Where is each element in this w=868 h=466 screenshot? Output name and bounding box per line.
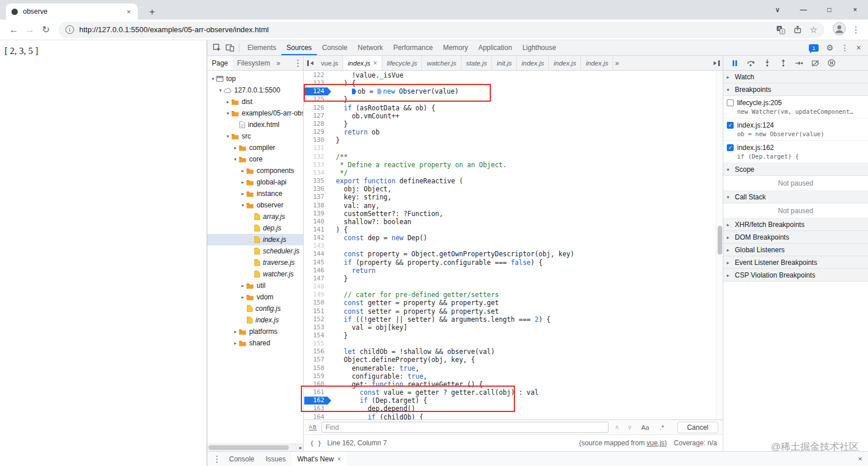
- panel-tab-elements[interactable]: Elements: [242, 40, 281, 55]
- inline-breakpoint-marker[interactable]: [352, 88, 356, 94]
- disclosure-arrow[interactable]: ▸: [232, 340, 239, 346]
- file-tab-index-js[interactable]: index.js×: [343, 56, 382, 70]
- file-tab-index-js[interactable]: index.js: [517, 56, 549, 70]
- line-number[interactable]: 147: [304, 275, 331, 283]
- section-header-call-stack[interactable]: ▾Call Stack: [723, 191, 868, 203]
- file-tab-index-js[interactable]: index.js: [549, 56, 581, 70]
- drawer-menu-icon[interactable]: ⋮: [211, 454, 223, 464]
- code-text[interactable]: // cater for pre-defined getter/setters: [331, 291, 499, 299]
- line-number[interactable]: 127: [304, 112, 331, 120]
- disclosure-arrow[interactable]: ▸: [239, 191, 246, 197]
- code-text[interactable]: if (asRootData && ob) {: [331, 104, 435, 112]
- tree-item-index-html[interactable]: index.html: [207, 119, 303, 130]
- find-previous-button[interactable]: ∧: [613, 423, 621, 431]
- disclosure-arrow[interactable]: ▸: [239, 168, 246, 174]
- code-text[interactable]: * Define a reactive property on an Objec…: [331, 161, 507, 169]
- line-number[interactable]: 142: [304, 234, 331, 242]
- line-number[interactable]: 132: [304, 153, 331, 161]
- tree-item-127-0-0-1-5500[interactable]: ▾127.0.0.1:5500: [207, 84, 303, 96]
- tree-item-watcher-js[interactable]: watcher.js: [207, 268, 303, 280]
- code-text[interactable]: if (Dep.target) {: [331, 396, 427, 405]
- line-number[interactable]: 138: [304, 202, 331, 210]
- navigator-overflow-chevron[interactable]: »: [274, 59, 282, 67]
- pause-button[interactable]: [730, 59, 739, 68]
- tree-item-array-js[interactable]: array.js: [207, 211, 303, 222]
- tree-item-examples-05-arr-observe[interactable]: ▾examples/05-arr-observe: [207, 107, 303, 119]
- browser-tab[interactable]: observe ×: [6, 3, 138, 20]
- panel-tab-network[interactable]: Network: [352, 40, 388, 55]
- line-number[interactable]: 134: [304, 169, 331, 177]
- line-number[interactable]: 161: [304, 388, 331, 396]
- code-text[interactable]: [331, 144, 336, 152]
- code-text[interactable]: ) {: [331, 226, 348, 234]
- code-editor[interactable]: 122 !value._isVue123 ) {124 ob = new Obs…: [304, 71, 716, 419]
- pretty-print-icon[interactable]: { }: [310, 440, 321, 447]
- file-tab-watcher-js[interactable]: watcher.js: [422, 56, 461, 70]
- code-text[interactable]: val = obj[key]: [331, 323, 408, 332]
- editor-vertical-scrollbar[interactable]: [716, 71, 723, 419]
- tab-search-chevron-icon[interactable]: ∨: [765, 0, 790, 20]
- step-into-button[interactable]: [762, 59, 772, 68]
- navigator-menu-icon[interactable]: ⋮: [293, 58, 303, 68]
- navigator-tab-page[interactable]: Page: [207, 56, 232, 70]
- tree-item-scheduler-js[interactable]: scheduler.js: [207, 245, 303, 257]
- section-header-xhr-fetch-breakpoints[interactable]: ▸XHR/fetch Breakpoints: [723, 218, 868, 231]
- drawer-tab-what-s-new[interactable]: What's New×: [292, 452, 347, 466]
- code-text[interactable]: const value = getter ? getter.call(obj) …: [331, 388, 538, 396]
- line-number[interactable]: 131: [304, 144, 331, 152]
- tree-item-platforms[interactable]: ▸platforms: [207, 326, 303, 337]
- line-number[interactable]: 159: [304, 372, 331, 380]
- line-number[interactable]: 133: [304, 161, 331, 169]
- code-text[interactable]: const setter = property && property.set: [331, 307, 499, 315]
- panel-tab-sources[interactable]: Sources: [281, 40, 317, 55]
- devtools-close-icon[interactable]: ×: [857, 44, 861, 52]
- section-header-scope[interactable]: ▾Scope: [723, 163, 868, 176]
- code-text[interactable]: [331, 283, 336, 291]
- line-number[interactable]: 140: [304, 218, 331, 226]
- navigator-tab-filesystem[interactable]: Filesystem: [232, 56, 274, 70]
- code-text[interactable]: let childOb = !shallow && observe(val): [331, 348, 495, 356]
- code-text[interactable]: ) {: [331, 79, 356, 87]
- whats-new-close-icon[interactable]: ×: [337, 455, 341, 463]
- code-text[interactable]: */: [331, 169, 348, 177]
- tree-item-dist[interactable]: ▸dist: [207, 96, 303, 107]
- line-number[interactable]: 150: [304, 299, 331, 307]
- step-out-button[interactable]: [778, 59, 788, 68]
- section-header-event-listener-breakpoints[interactable]: ▸Event Listener Breakpoints: [723, 256, 868, 269]
- bookmark-star-icon[interactable]: ☆: [810, 25, 817, 35]
- file-tab-vue-js[interactable]: vue.js: [316, 56, 343, 70]
- tree-item-dep-js[interactable]: dep.js: [207, 222, 303, 234]
- disclosure-arrow[interactable]: ▸: [232, 145, 239, 151]
- show-sources-sidebar-icon[interactable]: [710, 56, 723, 70]
- code-text[interactable]: key: string,: [331, 193, 392, 201]
- code-text[interactable]: const property = Object.getOwnPropertyDe…: [331, 250, 574, 258]
- line-number[interactable]: 137: [304, 193, 331, 201]
- line-number[interactable]: 148: [304, 283, 331, 291]
- close-window-button[interactable]: ×: [842, 0, 868, 20]
- disclosure-arrow[interactable]: ▾: [210, 76, 216, 82]
- code-text[interactable]: enumerable: true,: [331, 364, 419, 372]
- disclosure-arrow[interactable]: ▸: [239, 294, 246, 300]
- code-text[interactable]: if ((!getter || setter) && arguments.len…: [331, 315, 551, 323]
- site-info-icon[interactable]: i: [65, 25, 74, 34]
- address-bar[interactable]: i http://127.0.0.1:5500/examples/05-arr-…: [59, 22, 824, 38]
- code-text[interactable]: if (childOb) {: [331, 413, 423, 419]
- file-tab-state-js[interactable]: state.js: [462, 56, 492, 70]
- scrollbar-thumb[interactable]: [718, 226, 722, 255]
- line-number[interactable]: 154: [304, 332, 331, 340]
- tree-item-top[interactable]: ▾top: [207, 73, 303, 84]
- tree-item-util[interactable]: ▸util: [207, 280, 303, 291]
- code-text[interactable]: }: [331, 136, 340, 144]
- settings-gear-icon[interactable]: ⚙: [826, 44, 834, 52]
- tab-close-icon[interactable]: ×: [373, 59, 377, 67]
- drawer-tab-console[interactable]: Console: [223, 452, 260, 466]
- tree-item-vdom[interactable]: ▸vdom: [207, 291, 303, 303]
- code-text[interactable]: const dep = new Dep(): [331, 234, 427, 242]
- code-text[interactable]: obj: Object,: [331, 185, 392, 193]
- navigator-horizontal-scrollbar[interactable]: ▸: [207, 444, 303, 451]
- find-next-button[interactable]: ∨: [626, 423, 634, 431]
- code-text[interactable]: get: function reactiveGetter () {: [331, 380, 483, 388]
- line-number[interactable]: 126: [304, 104, 331, 112]
- tree-item-config-js[interactable]: config.js: [207, 303, 303, 314]
- translate-icon[interactable]: Aa: [776, 25, 785, 34]
